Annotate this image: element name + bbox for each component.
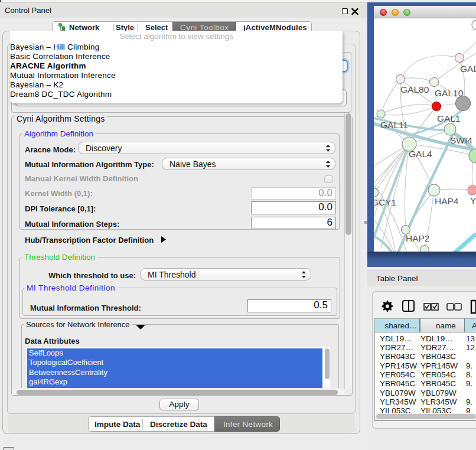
svg-text:HAP4: HAP4 [435,196,459,206]
svg-text:GAL7: GAL7 [460,64,476,74]
svg-text:GCY1: GCY1 [374,197,396,207]
svg-text:GAL1: GAL1 [437,113,461,123]
svg-text:SWI4: SWI4 [450,135,472,145]
svg-text:Y: Y [470,195,476,206]
svg-text:GAL4: GAL4 [409,149,432,159]
svg-text:GAL10: GAL10 [435,88,464,98]
svg-text:HAP2: HAP2 [406,233,430,243]
svg-text:GAL11: GAL11 [380,120,408,130]
svg-text:GAL80: GAL80 [400,84,429,94]
